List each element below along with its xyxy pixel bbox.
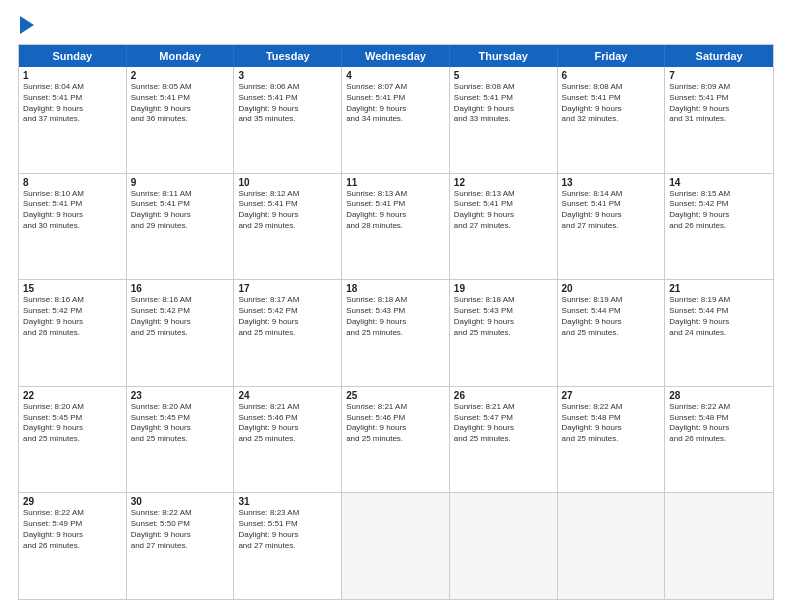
cell-info: Sunrise: 8:20 AMSunset: 5:45 PMDaylight:…	[23, 402, 122, 445]
day-number: 19	[454, 283, 553, 294]
cell-info: Sunrise: 8:05 AMSunset: 5:41 PMDaylight:…	[131, 82, 230, 125]
calendar-cell: 29Sunrise: 8:22 AMSunset: 5:49 PMDayligh…	[19, 493, 127, 599]
day-number: 18	[346, 283, 445, 294]
calendar-cell: 1Sunrise: 8:04 AMSunset: 5:41 PMDaylight…	[19, 67, 127, 173]
calendar-cell	[665, 493, 773, 599]
cell-info: Sunrise: 8:23 AMSunset: 5:51 PMDaylight:…	[238, 508, 337, 551]
day-number: 24	[238, 390, 337, 401]
calendar-cell: 28Sunrise: 8:22 AMSunset: 5:48 PMDayligh…	[665, 387, 773, 493]
cell-info: Sunrise: 8:22 AMSunset: 5:48 PMDaylight:…	[562, 402, 661, 445]
cell-info: Sunrise: 8:06 AMSunset: 5:41 PMDaylight:…	[238, 82, 337, 125]
cell-info: Sunrise: 8:21 AMSunset: 5:46 PMDaylight:…	[238, 402, 337, 445]
day-number: 26	[454, 390, 553, 401]
calendar-cell: 27Sunrise: 8:22 AMSunset: 5:48 PMDayligh…	[558, 387, 666, 493]
calendar-body: 1Sunrise: 8:04 AMSunset: 5:41 PMDaylight…	[19, 67, 773, 599]
calendar-cell: 4Sunrise: 8:07 AMSunset: 5:41 PMDaylight…	[342, 67, 450, 173]
day-number: 25	[346, 390, 445, 401]
day-number: 31	[238, 496, 337, 507]
day-number: 28	[669, 390, 769, 401]
calendar-cell: 25Sunrise: 8:21 AMSunset: 5:46 PMDayligh…	[342, 387, 450, 493]
page: SundayMondayTuesdayWednesdayThursdayFrid…	[0, 0, 792, 612]
day-number: 22	[23, 390, 122, 401]
cell-info: Sunrise: 8:13 AMSunset: 5:41 PMDaylight:…	[454, 189, 553, 232]
weekday-header: Friday	[558, 45, 666, 67]
calendar-cell: 18Sunrise: 8:18 AMSunset: 5:43 PMDayligh…	[342, 280, 450, 386]
calendar-cell: 24Sunrise: 8:21 AMSunset: 5:46 PMDayligh…	[234, 387, 342, 493]
calendar-cell: 2Sunrise: 8:05 AMSunset: 5:41 PMDaylight…	[127, 67, 235, 173]
cell-info: Sunrise: 8:13 AMSunset: 5:41 PMDaylight:…	[346, 189, 445, 232]
calendar-cell: 21Sunrise: 8:19 AMSunset: 5:44 PMDayligh…	[665, 280, 773, 386]
cell-info: Sunrise: 8:07 AMSunset: 5:41 PMDaylight:…	[346, 82, 445, 125]
weekday-header: Saturday	[665, 45, 773, 67]
day-number: 4	[346, 70, 445, 81]
cell-info: Sunrise: 8:22 AMSunset: 5:49 PMDaylight:…	[23, 508, 122, 551]
day-number: 16	[131, 283, 230, 294]
cell-info: Sunrise: 8:17 AMSunset: 5:42 PMDaylight:…	[238, 295, 337, 338]
cell-info: Sunrise: 8:18 AMSunset: 5:43 PMDaylight:…	[346, 295, 445, 338]
day-number: 12	[454, 177, 553, 188]
cell-info: Sunrise: 8:04 AMSunset: 5:41 PMDaylight:…	[23, 82, 122, 125]
calendar-cell: 14Sunrise: 8:15 AMSunset: 5:42 PMDayligh…	[665, 174, 773, 280]
calendar-cell: 22Sunrise: 8:20 AMSunset: 5:45 PMDayligh…	[19, 387, 127, 493]
calendar-cell: 12Sunrise: 8:13 AMSunset: 5:41 PMDayligh…	[450, 174, 558, 280]
calendar-cell: 15Sunrise: 8:16 AMSunset: 5:42 PMDayligh…	[19, 280, 127, 386]
cell-info: Sunrise: 8:10 AMSunset: 5:41 PMDaylight:…	[23, 189, 122, 232]
calendar-cell: 10Sunrise: 8:12 AMSunset: 5:41 PMDayligh…	[234, 174, 342, 280]
cell-info: Sunrise: 8:12 AMSunset: 5:41 PMDaylight:…	[238, 189, 337, 232]
calendar-cell: 13Sunrise: 8:14 AMSunset: 5:41 PMDayligh…	[558, 174, 666, 280]
calendar-cell: 3Sunrise: 8:06 AMSunset: 5:41 PMDaylight…	[234, 67, 342, 173]
calendar-cell: 17Sunrise: 8:17 AMSunset: 5:42 PMDayligh…	[234, 280, 342, 386]
cell-info: Sunrise: 8:16 AMSunset: 5:42 PMDaylight:…	[131, 295, 230, 338]
weekday-header: Tuesday	[234, 45, 342, 67]
day-number: 23	[131, 390, 230, 401]
cell-info: Sunrise: 8:21 AMSunset: 5:46 PMDaylight:…	[346, 402, 445, 445]
calendar-row: 1Sunrise: 8:04 AMSunset: 5:41 PMDaylight…	[19, 67, 773, 174]
day-number: 13	[562, 177, 661, 188]
cell-info: Sunrise: 8:14 AMSunset: 5:41 PMDaylight:…	[562, 189, 661, 232]
day-number: 10	[238, 177, 337, 188]
logo-icon	[20, 16, 34, 34]
day-number: 15	[23, 283, 122, 294]
calendar-row: 8Sunrise: 8:10 AMSunset: 5:41 PMDaylight…	[19, 174, 773, 281]
calendar-cell: 11Sunrise: 8:13 AMSunset: 5:41 PMDayligh…	[342, 174, 450, 280]
calendar-cell	[450, 493, 558, 599]
cell-info: Sunrise: 8:19 AMSunset: 5:44 PMDaylight:…	[669, 295, 769, 338]
calendar-cell	[558, 493, 666, 599]
day-number: 14	[669, 177, 769, 188]
calendar-cell: 8Sunrise: 8:10 AMSunset: 5:41 PMDaylight…	[19, 174, 127, 280]
day-number: 7	[669, 70, 769, 81]
weekday-header: Wednesday	[342, 45, 450, 67]
cell-info: Sunrise: 8:08 AMSunset: 5:41 PMDaylight:…	[562, 82, 661, 125]
cell-info: Sunrise: 8:21 AMSunset: 5:47 PMDaylight:…	[454, 402, 553, 445]
calendar-row: 15Sunrise: 8:16 AMSunset: 5:42 PMDayligh…	[19, 280, 773, 387]
cell-info: Sunrise: 8:20 AMSunset: 5:45 PMDaylight:…	[131, 402, 230, 445]
calendar-cell: 5Sunrise: 8:08 AMSunset: 5:41 PMDaylight…	[450, 67, 558, 173]
cell-info: Sunrise: 8:22 AMSunset: 5:48 PMDaylight:…	[669, 402, 769, 445]
header	[18, 18, 774, 34]
cell-info: Sunrise: 8:08 AMSunset: 5:41 PMDaylight:…	[454, 82, 553, 125]
day-number: 21	[669, 283, 769, 294]
cell-info: Sunrise: 8:16 AMSunset: 5:42 PMDaylight:…	[23, 295, 122, 338]
day-number: 30	[131, 496, 230, 507]
calendar-header: SundayMondayTuesdayWednesdayThursdayFrid…	[19, 45, 773, 67]
calendar-cell: 31Sunrise: 8:23 AMSunset: 5:51 PMDayligh…	[234, 493, 342, 599]
cell-info: Sunrise: 8:19 AMSunset: 5:44 PMDaylight:…	[562, 295, 661, 338]
weekday-header: Sunday	[19, 45, 127, 67]
day-number: 29	[23, 496, 122, 507]
cell-info: Sunrise: 8:11 AMSunset: 5:41 PMDaylight:…	[131, 189, 230, 232]
calendar-cell: 9Sunrise: 8:11 AMSunset: 5:41 PMDaylight…	[127, 174, 235, 280]
calendar-cell	[342, 493, 450, 599]
day-number: 3	[238, 70, 337, 81]
day-number: 1	[23, 70, 122, 81]
calendar-cell: 16Sunrise: 8:16 AMSunset: 5:42 PMDayligh…	[127, 280, 235, 386]
calendar: SundayMondayTuesdayWednesdayThursdayFrid…	[18, 44, 774, 600]
calendar-cell: 30Sunrise: 8:22 AMSunset: 5:50 PMDayligh…	[127, 493, 235, 599]
day-number: 6	[562, 70, 661, 81]
logo	[18, 18, 34, 34]
cell-info: Sunrise: 8:15 AMSunset: 5:42 PMDaylight:…	[669, 189, 769, 232]
calendar-cell: 20Sunrise: 8:19 AMSunset: 5:44 PMDayligh…	[558, 280, 666, 386]
weekday-header: Thursday	[450, 45, 558, 67]
cell-info: Sunrise: 8:18 AMSunset: 5:43 PMDaylight:…	[454, 295, 553, 338]
calendar-cell: 26Sunrise: 8:21 AMSunset: 5:47 PMDayligh…	[450, 387, 558, 493]
calendar-cell: 7Sunrise: 8:09 AMSunset: 5:41 PMDaylight…	[665, 67, 773, 173]
